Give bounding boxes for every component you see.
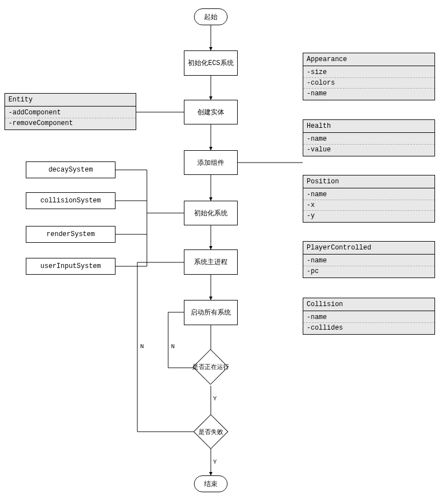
terminator-start: 起始 <box>194 8 228 25</box>
class-attr: -collides <box>303 323 434 333</box>
class-playercontrolled-title: PlayerControlled <box>303 242 434 255</box>
decision-is-running-label: 是否正在运行 <box>198 355 223 379</box>
process-init-ecs: 初始化ECS系统 <box>184 50 238 76</box>
class-attr: -x <box>303 200 434 211</box>
process-init-system: 初始化系统 <box>184 201 238 225</box>
class-attr: -name <box>303 312 434 323</box>
edge-no-1: N <box>171 343 175 350</box>
class-attr: -colors <box>303 78 434 89</box>
class-attr: -pc <box>303 266 434 276</box>
system-collision: collisionSystem <box>26 192 115 209</box>
terminator-end-label: 结束 <box>204 479 218 489</box>
class-entity-attr: -addComponent <box>5 108 136 118</box>
edge-yes-1: Y <box>213 395 217 402</box>
class-position: Position -name -x -y <box>303 175 435 223</box>
terminator-end: 结束 <box>194 475 228 492</box>
class-health-title: Health <box>303 120 434 133</box>
edge-no-2: N <box>140 343 144 350</box>
process-add-component: 添加组件 <box>184 150 238 175</box>
system-collision-label: collisionSystem <box>40 197 101 205</box>
class-entity-body: -addComponent -removeComponent <box>5 107 136 130</box>
system-render-label: renderSystem <box>47 230 95 238</box>
process-main: 系统主进程 <box>184 249 238 275</box>
system-decay-label: decaySystem <box>48 166 92 174</box>
process-add-component-label: 添加组件 <box>197 158 224 168</box>
class-playercontrolled: PlayerControlled -name -pc <box>303 241 435 278</box>
process-init-system-label: 初始化系统 <box>194 209 228 218</box>
diagram-canvas: 起始 初始化ECS系统 创建实体 Entity -addComponent -r… <box>0 0 444 504</box>
class-attr: -name <box>303 256 434 266</box>
class-collision: Collision -name -collides <box>303 298 435 335</box>
system-userinput-label: userInputSystem <box>40 262 101 270</box>
class-attr: -name <box>303 189 434 200</box>
process-create-entity: 创建实体 <box>184 100 238 124</box>
class-attr: -name <box>303 89 434 99</box>
process-init-ecs-label: 初始化ECS系统 <box>188 58 234 68</box>
class-attr: -y <box>303 211 434 221</box>
class-appearance: Appearance -size -colors -name <box>303 53 435 100</box>
class-attr: -value <box>303 145 434 155</box>
system-render: renderSystem <box>26 226 115 243</box>
system-decay: decaySystem <box>26 161 115 178</box>
class-entity: Entity -addComponent -removeComponent <box>4 93 136 130</box>
system-userinput: userInputSystem <box>26 258 115 275</box>
class-attr: -size <box>303 67 434 78</box>
class-collision-title: Collision <box>303 298 434 311</box>
decision-is-failed: 是否失败 <box>193 414 228 449</box>
process-start-all-label: 启动所有系统 <box>191 308 231 317</box>
edge-yes-2: Y <box>213 459 217 465</box>
class-position-title: Position <box>303 175 434 188</box>
class-health: Health -name -value <box>303 119 435 156</box>
terminator-start-label: 起始 <box>204 12 218 22</box>
class-appearance-title: Appearance <box>303 53 434 66</box>
process-create-entity-label: 创建实体 <box>197 108 224 117</box>
class-entity-attr: -removeComponent <box>5 118 136 128</box>
decision-is-running: 是否正在运行 <box>193 349 229 385</box>
class-attr: -name <box>303 134 434 145</box>
process-start-all: 启动所有系统 <box>184 300 238 325</box>
class-entity-title: Entity <box>5 94 136 107</box>
decision-is-failed-label: 是否失败 <box>199 420 223 443</box>
process-main-label: 系统主进程 <box>194 257 228 267</box>
